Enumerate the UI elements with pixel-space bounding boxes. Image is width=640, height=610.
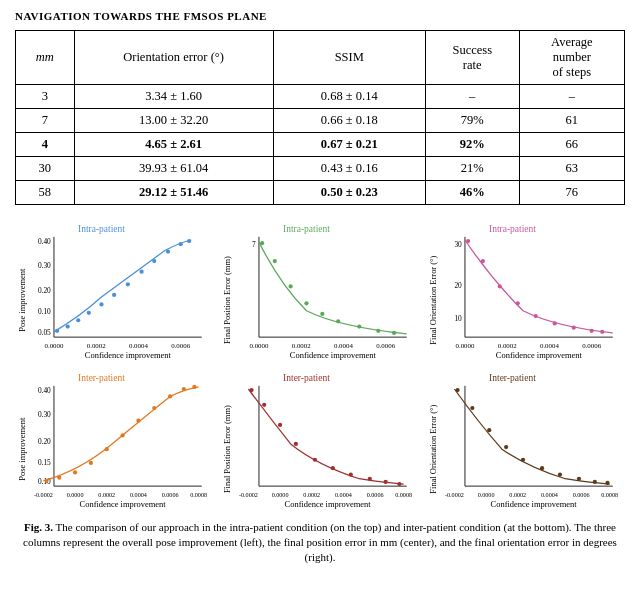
svg-text:0.0002: 0.0002 xyxy=(497,342,516,349)
svg-text:0.10: 0.10 xyxy=(38,477,51,486)
svg-text:Confidence improvement: Confidence improvement xyxy=(85,350,172,360)
svg-point-109 xyxy=(331,466,335,470)
svg-point-85 xyxy=(89,461,93,465)
table-cell-avg: 76 xyxy=(519,181,624,205)
svg-text:Confidence improvement: Confidence improvement xyxy=(80,500,167,510)
svg-point-41 xyxy=(336,319,340,323)
svg-point-92 xyxy=(192,385,196,389)
svg-text:-0.0002: -0.0002 xyxy=(239,492,258,498)
svg-point-38 xyxy=(289,284,293,288)
table-cell-success: 46% xyxy=(425,181,519,205)
table-cell-avg: 66 xyxy=(519,133,624,157)
table-cell-success: 79% xyxy=(425,109,519,133)
svg-point-17 xyxy=(87,311,91,315)
svg-text:Final Orientation Error (°): Final Orientation Error (°) xyxy=(428,256,438,345)
svg-point-59 xyxy=(497,284,501,288)
svg-point-110 xyxy=(349,473,353,477)
svg-point-39 xyxy=(305,301,309,305)
svg-text:Inter-patient: Inter-patient xyxy=(78,373,125,383)
svg-text:0.0000: 0.0000 xyxy=(272,492,289,498)
svg-point-37 xyxy=(273,259,277,263)
chart-intra-pose: Intra-patient Pose improvement 0.05 0.10… xyxy=(15,217,214,362)
chart-inter-pose-svg: Inter-patient Pose improvement 0.10 0.15… xyxy=(17,368,212,509)
svg-text:0.0006: 0.0006 xyxy=(162,492,179,498)
svg-text:0.0002: 0.0002 xyxy=(509,492,526,498)
table-cell-avg: 63 xyxy=(519,157,624,181)
col-header-avg: Averagenumberof steps xyxy=(519,31,624,85)
table-cell-mm: 4 xyxy=(16,133,75,157)
chart-intra-pose-svg: Intra-patient Pose improvement 0.05 0.10… xyxy=(17,219,212,360)
svg-point-126 xyxy=(470,406,474,410)
svg-text:Pose improvement: Pose improvement xyxy=(17,268,27,332)
svg-point-107 xyxy=(294,442,298,446)
chart-intra-position-svg: Intra-patient Final Position Error (mm) … xyxy=(222,219,417,360)
svg-point-84 xyxy=(73,471,77,475)
svg-point-43 xyxy=(376,329,380,333)
chart-intra-position: Intra-patient Final Position Error (mm) … xyxy=(220,217,419,362)
svg-point-104 xyxy=(250,388,254,392)
svg-point-130 xyxy=(540,466,544,470)
svg-point-132 xyxy=(577,477,581,481)
svg-text:Final Orientation Error (°): Final Orientation Error (°) xyxy=(428,405,438,494)
table-cell-orient: 13.00 ± 32.20 xyxy=(74,109,273,133)
svg-text:0.0006: 0.0006 xyxy=(367,492,384,498)
chart-inter-orientation-svg: Inter-patient Final Orientation Error (°… xyxy=(428,368,623,509)
svg-point-22 xyxy=(152,259,156,263)
svg-point-87 xyxy=(120,434,124,438)
svg-point-44 xyxy=(392,331,396,335)
results-table: mm Orientation error (°) SSIM Successrat… xyxy=(15,30,625,205)
table-cell-mm: 58 xyxy=(16,181,75,205)
chart-inter-orientation: Inter-patient Final Orientation Error (°… xyxy=(426,366,625,511)
svg-point-89 xyxy=(152,406,156,410)
svg-text:0.0004: 0.0004 xyxy=(540,342,559,349)
chart-intra-orientation-svg: Intra-patient Final Orientation Error (°… xyxy=(428,219,623,360)
svg-point-36 xyxy=(260,241,264,245)
svg-text:0.0008: 0.0008 xyxy=(601,492,618,498)
svg-text:30: 30 xyxy=(454,240,462,249)
svg-point-65 xyxy=(600,330,604,334)
svg-point-106 xyxy=(278,423,282,427)
col-header-success: Successrate xyxy=(425,31,519,85)
svg-text:0.0002: 0.0002 xyxy=(87,342,106,349)
svg-text:0.40: 0.40 xyxy=(38,386,51,395)
svg-text:Confidence improvement: Confidence improvement xyxy=(496,350,583,360)
svg-point-18 xyxy=(99,302,103,306)
table-cell-mm: 3 xyxy=(16,85,75,109)
page-title: NAVIGATION TOWARDS THE FMSOS PLANE xyxy=(15,10,625,22)
chart-inter-pose: Inter-patient Pose improvement 0.10 0.15… xyxy=(15,366,214,511)
svg-point-133 xyxy=(592,480,596,484)
table-cell-ssim: 0.68 ± 0.14 xyxy=(273,85,425,109)
svg-point-60 xyxy=(515,301,519,305)
table-cell-avg: – xyxy=(519,85,624,109)
svg-text:Confidence improvement: Confidence improvement xyxy=(490,500,577,510)
svg-point-15 xyxy=(66,324,70,328)
svg-point-127 xyxy=(487,428,491,432)
svg-text:Intra-patient: Intra-patient xyxy=(78,224,125,234)
svg-point-61 xyxy=(533,314,537,318)
table-cell-orient: 29.12 ± 51.46 xyxy=(74,181,273,205)
svg-text:Confidence improvement: Confidence improvement xyxy=(290,350,377,360)
svg-point-86 xyxy=(105,447,109,451)
svg-point-42 xyxy=(357,324,361,328)
svg-text:0.10: 0.10 xyxy=(38,307,51,316)
svg-text:0.30: 0.30 xyxy=(38,262,51,271)
table-cell-avg: 61 xyxy=(519,109,624,133)
svg-point-24 xyxy=(179,242,183,246)
charts-container: Intra-patient Pose improvement 0.05 0.10… xyxy=(15,217,625,512)
svg-point-134 xyxy=(605,481,609,485)
svg-text:10: 10 xyxy=(454,314,462,323)
svg-point-125 xyxy=(455,388,459,392)
svg-point-83 xyxy=(57,476,61,480)
svg-text:0.0008: 0.0008 xyxy=(190,492,207,498)
svg-text:0.15: 0.15 xyxy=(38,458,51,467)
svg-text:Intra-patient: Intra-patient xyxy=(283,224,330,234)
svg-point-40 xyxy=(321,312,325,316)
svg-text:-0.0002: -0.0002 xyxy=(445,492,464,498)
svg-point-14 xyxy=(55,329,59,333)
table-cell-orient: 39.93 ± 61.04 xyxy=(74,157,273,181)
col-header-orient: Orientation error (°) xyxy=(74,31,273,85)
svg-text:0.0000: 0.0000 xyxy=(477,492,494,498)
svg-point-129 xyxy=(521,458,525,462)
svg-text:0.0000: 0.0000 xyxy=(45,342,64,349)
svg-text:0.0004: 0.0004 xyxy=(335,492,352,498)
